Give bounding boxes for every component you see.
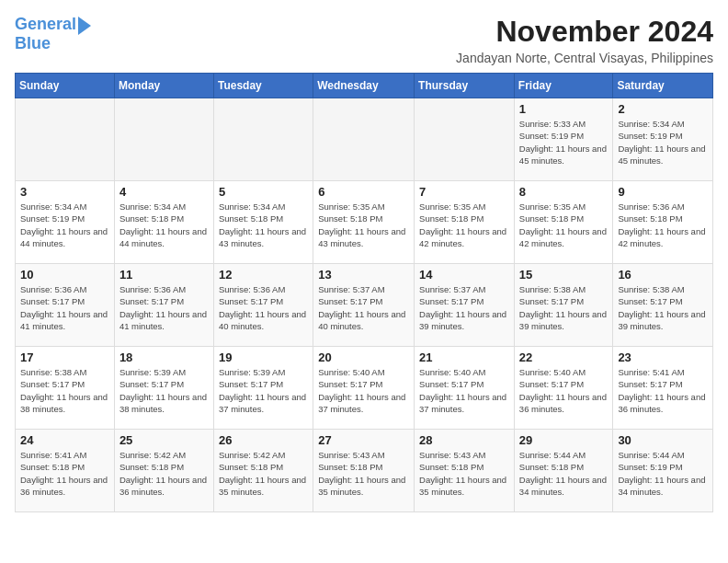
week-row-3: 10Sunrise: 5:36 AM Sunset: 5:17 PM Dayli…	[16, 264, 713, 347]
day-number: 19	[219, 350, 308, 364]
day-number: 5	[219, 185, 308, 199]
logo-text2: Blue	[15, 35, 51, 53]
day-info: Sunrise: 5:38 AM Sunset: 5:17 PM Dayligh…	[618, 283, 708, 332]
title-area: November 2024 Jandayan Norte, Central Vi…	[456, 15, 713, 65]
day-info: Sunrise: 5:42 AM Sunset: 5:18 PM Dayligh…	[219, 449, 308, 498]
day-info: Sunrise: 5:36 AM Sunset: 5:17 PM Dayligh…	[219, 283, 308, 332]
day-cell: 1Sunrise: 5:33 AM Sunset: 5:19 PM Daylig…	[514, 98, 613, 181]
day-number: 20	[318, 350, 409, 364]
day-info: Sunrise: 5:35 AM Sunset: 5:18 PM Dayligh…	[519, 201, 609, 249]
day-number: 4	[119, 185, 209, 199]
day-cell: 21Sunrise: 5:40 AM Sunset: 5:17 PM Dayli…	[415, 347, 515, 430]
day-info: Sunrise: 5:41 AM Sunset: 5:18 PM Dayligh…	[20, 449, 109, 498]
logo: General Blue	[15, 15, 91, 53]
day-number: 13	[318, 268, 409, 282]
day-info: Sunrise: 5:35 AM Sunset: 5:18 PM Dayligh…	[318, 201, 409, 249]
day-cell: 24Sunrise: 5:41 AM Sunset: 5:18 PM Dayli…	[16, 430, 115, 512]
day-number: 14	[419, 268, 509, 282]
day-cell: 29Sunrise: 5:44 AM Sunset: 5:18 PM Dayli…	[514, 430, 613, 512]
day-cell: 10Sunrise: 5:36 AM Sunset: 5:17 PM Dayli…	[16, 264, 115, 347]
day-info: Sunrise: 5:38 AM Sunset: 5:17 PM Dayligh…	[519, 283, 609, 332]
day-cell: 16Sunrise: 5:38 AM Sunset: 5:17 PM Dayli…	[613, 264, 713, 347]
day-cell: 27Sunrise: 5:43 AM Sunset: 5:18 PM Dayli…	[313, 430, 415, 512]
day-info: Sunrise: 5:33 AM Sunset: 5:19 PM Dayligh…	[519, 118, 609, 167]
day-cell: 23Sunrise: 5:41 AM Sunset: 5:17 PM Dayli…	[613, 347, 713, 430]
day-number: 17	[20, 350, 109, 364]
day-number: 28	[419, 433, 509, 447]
day-number: 21	[419, 350, 509, 364]
week-row-5: 24Sunrise: 5:41 AM Sunset: 5:18 PM Dayli…	[16, 430, 713, 512]
month-title: November 2024	[456, 15, 713, 49]
day-cell: 20Sunrise: 5:40 AM Sunset: 5:17 PM Dayli…	[313, 347, 415, 430]
day-cell: 22Sunrise: 5:40 AM Sunset: 5:17 PM Dayli…	[514, 347, 613, 430]
day-number: 9	[618, 185, 708, 199]
day-cell: 8Sunrise: 5:35 AM Sunset: 5:18 PM Daylig…	[514, 181, 613, 264]
day-cell: 7Sunrise: 5:35 AM Sunset: 5:18 PM Daylig…	[415, 181, 515, 264]
day-number: 26	[219, 433, 308, 447]
day-number: 7	[419, 185, 509, 199]
day-info: Sunrise: 5:34 AM Sunset: 5:18 PM Dayligh…	[219, 201, 308, 249]
day-number: 27	[318, 433, 409, 447]
day-cell: 30Sunrise: 5:44 AM Sunset: 5:19 PM Dayli…	[613, 430, 713, 512]
day-cell	[16, 98, 115, 181]
day-info: Sunrise: 5:37 AM Sunset: 5:17 PM Dayligh…	[318, 283, 409, 332]
logo-text: General	[15, 16, 76, 34]
day-number: 25	[119, 433, 209, 447]
day-number: 1	[519, 102, 609, 116]
day-number: 2	[618, 102, 708, 116]
day-info: Sunrise: 5:39 AM Sunset: 5:17 PM Dayligh…	[219, 366, 308, 415]
day-info: Sunrise: 5:42 AM Sunset: 5:18 PM Dayligh…	[119, 449, 209, 498]
day-number: 18	[119, 350, 209, 364]
day-number: 11	[119, 268, 209, 282]
day-info: Sunrise: 5:40 AM Sunset: 5:17 PM Dayligh…	[318, 366, 409, 415]
day-cell: 14Sunrise: 5:37 AM Sunset: 5:17 PM Dayli…	[415, 264, 515, 347]
subtitle: Jandayan Norte, Central Visayas, Philipp…	[456, 51, 713, 65]
day-cell: 19Sunrise: 5:39 AM Sunset: 5:17 PM Dayli…	[213, 347, 313, 430]
calendar-table: SundayMondayTuesdayWednesdayThursdayFrid…	[15, 73, 713, 512]
day-info: Sunrise: 5:34 AM Sunset: 5:19 PM Dayligh…	[20, 201, 109, 249]
header-sunday: Sunday	[16, 74, 115, 98]
day-cell: 13Sunrise: 5:37 AM Sunset: 5:17 PM Dayli…	[313, 264, 415, 347]
day-cell: 12Sunrise: 5:36 AM Sunset: 5:17 PM Dayli…	[213, 264, 313, 347]
day-cell: 9Sunrise: 5:36 AM Sunset: 5:18 PM Daylig…	[613, 181, 713, 264]
day-cell: 26Sunrise: 5:42 AM Sunset: 5:18 PM Dayli…	[213, 430, 313, 512]
day-number: 30	[618, 433, 708, 447]
day-info: Sunrise: 5:34 AM Sunset: 5:18 PM Dayligh…	[119, 201, 209, 249]
page-header: General Blue November 2024 Jandayan Nort…	[15, 15, 713, 65]
day-cell: 6Sunrise: 5:35 AM Sunset: 5:18 PM Daylig…	[313, 181, 415, 264]
day-number: 15	[519, 268, 609, 282]
day-info: Sunrise: 5:43 AM Sunset: 5:18 PM Dayligh…	[318, 449, 409, 498]
day-info: Sunrise: 5:36 AM Sunset: 5:18 PM Dayligh…	[618, 201, 708, 249]
day-info: Sunrise: 5:38 AM Sunset: 5:17 PM Dayligh…	[20, 366, 109, 415]
day-cell: 2Sunrise: 5:34 AM Sunset: 5:19 PM Daylig…	[613, 98, 713, 181]
day-info: Sunrise: 5:43 AM Sunset: 5:18 PM Dayligh…	[419, 449, 509, 498]
day-number: 12	[219, 268, 308, 282]
day-info: Sunrise: 5:35 AM Sunset: 5:18 PM Dayligh…	[419, 201, 509, 249]
day-number: 23	[618, 350, 708, 364]
day-info: Sunrise: 5:44 AM Sunset: 5:18 PM Dayligh…	[519, 449, 609, 498]
day-cell: 17Sunrise: 5:38 AM Sunset: 5:17 PM Dayli…	[16, 347, 115, 430]
week-row-4: 17Sunrise: 5:38 AM Sunset: 5:17 PM Dayli…	[16, 347, 713, 430]
day-info: Sunrise: 5:36 AM Sunset: 5:17 PM Dayligh…	[20, 283, 109, 332]
day-cell: 15Sunrise: 5:38 AM Sunset: 5:17 PM Dayli…	[514, 264, 613, 347]
day-cell: 4Sunrise: 5:34 AM Sunset: 5:18 PM Daylig…	[114, 181, 213, 264]
day-cell: 11Sunrise: 5:36 AM Sunset: 5:17 PM Dayli…	[114, 264, 213, 347]
day-info: Sunrise: 5:40 AM Sunset: 5:17 PM Dayligh…	[519, 366, 609, 415]
header-saturday: Saturday	[613, 74, 713, 98]
logo-arrow-icon	[78, 17, 91, 35]
day-cell: 18Sunrise: 5:39 AM Sunset: 5:17 PM Dayli…	[114, 347, 213, 430]
day-cell: 5Sunrise: 5:34 AM Sunset: 5:18 PM Daylig…	[213, 181, 313, 264]
day-number: 8	[519, 185, 609, 199]
header-wednesday: Wednesday	[313, 74, 415, 98]
day-cell	[415, 98, 515, 181]
day-cell: 28Sunrise: 5:43 AM Sunset: 5:18 PM Dayli…	[415, 430, 515, 512]
calendar-body: 1Sunrise: 5:33 AM Sunset: 5:19 PM Daylig…	[16, 98, 713, 512]
day-number: 29	[519, 433, 609, 447]
day-cell	[313, 98, 415, 181]
day-info: Sunrise: 5:44 AM Sunset: 5:19 PM Dayligh…	[618, 449, 708, 498]
day-info: Sunrise: 5:39 AM Sunset: 5:17 PM Dayligh…	[119, 366, 209, 415]
header-tuesday: Tuesday	[213, 74, 313, 98]
day-number: 24	[20, 433, 109, 447]
week-row-1: 1Sunrise: 5:33 AM Sunset: 5:19 PM Daylig…	[16, 98, 713, 181]
week-row-2: 3Sunrise: 5:34 AM Sunset: 5:19 PM Daylig…	[16, 181, 713, 264]
